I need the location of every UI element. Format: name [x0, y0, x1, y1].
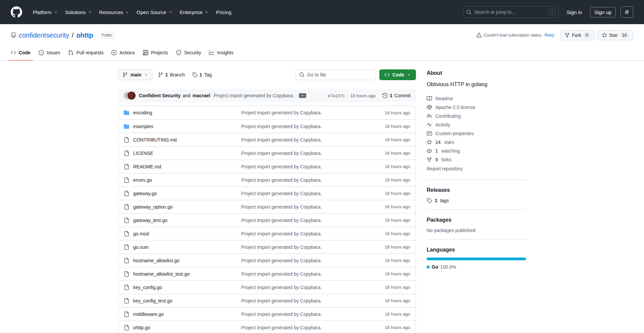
sign-in-link[interactable]: Sign in [563, 7, 585, 17]
nav-item-solutions[interactable]: Solutions [62, 7, 95, 18]
folder-icon [124, 124, 129, 129]
sidebar-link-custom-properties[interactable]: Custom properties [427, 129, 526, 138]
sidebar-link-forks[interactable]: 0forks [427, 155, 526, 164]
search-input[interactable]: Search or jump to... / [463, 6, 558, 18]
file-commit-message-link[interactable]: Project import generated by Copybara. [241, 151, 357, 156]
sidebar-link-apache-2.0-license[interactable]: Apache-2.0 license [427, 103, 526, 112]
file-commit-message-link[interactable]: Project import generated by Copybara. [241, 204, 357, 210]
report-repository-link[interactable]: Report repository [427, 164, 526, 173]
file-commit-message-link[interactable]: Project import generated by Copybara. [241, 218, 357, 223]
file-name-link[interactable]: middleware.go [124, 312, 241, 317]
retry-link[interactable]: Retry [545, 33, 554, 38]
tag-icon [427, 198, 432, 203]
nav-item-open-source[interactable]: Open Source [133, 7, 175, 18]
sign-up-button[interactable]: Sign up [590, 7, 616, 17]
commit-message-link[interactable]: Project import generated by Copybara. [214, 93, 294, 98]
commit-time: 18 hours ago [350, 93, 376, 98]
file-commit-message-link[interactable]: Project import generated by Copybara. [241, 191, 357, 196]
file-commit-message-link[interactable]: Project import generated by Copybara. [241, 271, 357, 277]
file-name-link[interactable]: go.sum [124, 244, 241, 250]
file-commit-message-link[interactable]: Project import generated by Copybara. [241, 137, 357, 143]
file-name-link[interactable]: LICENSE [124, 151, 241, 156]
branch-selector[interactable]: main [118, 69, 153, 80]
code-button[interactable]: Code [379, 69, 416, 80]
repo-name-link[interactable]: ohttp [76, 32, 93, 39]
file-name-link[interactable]: CONTRIBUTING.md [124, 137, 241, 143]
sidebar-link-label: stars [444, 140, 454, 145]
file-commit-message-link[interactable]: Project import generated by Copybara. [241, 285, 357, 290]
tab-security[interactable]: Security [173, 45, 204, 60]
file-commit-message-link[interactable]: Project import generated by Copybara. [241, 244, 357, 250]
file-commit-message-link[interactable]: Project import generated by Copybara. [241, 325, 357, 330]
file-name-link[interactable]: hostname_allowlist.go [124, 258, 241, 263]
nav-item-pricing[interactable]: Pricing [213, 7, 235, 18]
tab-code[interactable]: Code [8, 45, 33, 60]
file-name-link[interactable]: gateway_test.go [124, 218, 241, 223]
language-percent: 100.0% [440, 264, 456, 270]
file-commit-message-link[interactable]: Project import generated by Copybara. [241, 298, 357, 303]
file-name-link[interactable]: key_config.go [124, 285, 241, 290]
file-icon [124, 218, 129, 223]
sidebar-link-watching[interactable]: 1watching [427, 147, 526, 155]
tags-link[interactable]: 1 Tag [190, 72, 214, 77]
commit-author-org[interactable]: Confident Security [139, 93, 180, 98]
sidebar: About Oblivious HTTP in golang ReadmeApa… [427, 69, 526, 270]
language-go-link[interactable]: Go 100.0% [427, 264, 526, 270]
file-commit-message-link[interactable]: Project import generated by Copybara. [241, 258, 357, 263]
sidebar-link-contributing[interactable]: Contributing [427, 112, 526, 120]
sidebar-link-activity[interactable]: Activity [427, 120, 526, 129]
go-to-file-input[interactable]: Go to file [296, 69, 376, 80]
language-bar[interactable] [427, 258, 526, 260]
file-name-link[interactable]: key_config_test.go [124, 298, 241, 303]
file-commit-message-link[interactable]: Project import generated by Copybara. [241, 231, 357, 236]
appearance-settings-button[interactable] [621, 6, 633, 18]
file-commit-message-link[interactable]: Project import generated by Copybara. [241, 312, 357, 317]
file-commit-message-link[interactable]: Project import generated by Copybara. [241, 110, 357, 115]
file-name-link[interactable]: examples [124, 124, 241, 129]
file-name: hostname_allowlist_test.go [133, 271, 190, 277]
commit-avatars[interactable] [123, 92, 135, 100]
fork-button[interactable]: Fork 0 [560, 30, 595, 40]
repo-owner-link[interactable]: confidentsecurity [19, 32, 69, 39]
nav-item-enterprise[interactable]: Enterprise [176, 7, 212, 18]
file-age: 18 hours ago [357, 110, 410, 115]
pr-icon [68, 50, 73, 55]
nav-item-platform[interactable]: Platform [30, 7, 61, 18]
tab-label: Pull requests [76, 50, 103, 55]
commit-meta: e7a137c · 18 hours ago 1 Commit [328, 93, 411, 98]
file-name-link[interactable]: README.md [124, 164, 241, 169]
file-name-link[interactable]: gateway_option.go [124, 204, 241, 210]
tab-issues[interactable]: Issues [36, 45, 63, 60]
commit-sha-link[interactable]: e7a137c [328, 93, 345, 98]
warning-text: Couldn't load subscription status. [484, 33, 543, 38]
file-name-link[interactable]: hostname_allowlist_test.go [124, 271, 241, 277]
tab-pull-requests[interactable]: Pull requests [65, 45, 106, 60]
table-row: gateway_option.goProject import generate… [118, 200, 416, 213]
tab-actions[interactable]: Actions [109, 45, 138, 60]
github-logo-icon[interactable] [11, 6, 22, 18]
sidebar-link-readme[interactable]: Readme [427, 94, 526, 103]
commit-ellipsis-button[interactable] [299, 93, 306, 98]
file-commit-message-link[interactable]: Project import generated by Copybara. [241, 164, 357, 169]
sidebar-link-count: 0 [435, 157, 438, 162]
file-commit-message-link[interactable]: Project import generated by Copybara. [241, 177, 357, 183]
branches-link[interactable]: 1 Branch [156, 72, 187, 77]
sidebar-link-stars[interactable]: 14stars [427, 138, 526, 147]
star-button[interactable]: Star 14 [597, 30, 633, 40]
file-name-link[interactable]: errors.go [124, 177, 241, 183]
about-links: ReadmeApache-2.0 licenseContributingActi… [427, 94, 526, 164]
file-name-link[interactable]: go.mod [124, 231, 241, 236]
tab-insights[interactable]: Insights [206, 45, 236, 60]
releases-tags-link[interactable]: 1 tags [427, 198, 526, 203]
file-name-link[interactable]: gateway.go [124, 191, 241, 196]
file-name-link[interactable]: encoding [124, 110, 241, 115]
file-commit-message-link[interactable]: Project import generated by Copybara. [241, 124, 357, 129]
commit-history-link[interactable]: 1 Commit [382, 93, 411, 98]
file-name-link[interactable]: ohttp.go [124, 325, 241, 330]
table-row: README.mdProject import generated by Cop… [118, 160, 416, 173]
commit-author-user[interactable]: macrael [193, 93, 210, 98]
visibility-badge: Public [99, 32, 116, 39]
nav-item-resources[interactable]: Resources [96, 7, 133, 18]
tab-projects[interactable]: Projects [140, 45, 171, 60]
file-name: encoding [133, 110, 152, 115]
